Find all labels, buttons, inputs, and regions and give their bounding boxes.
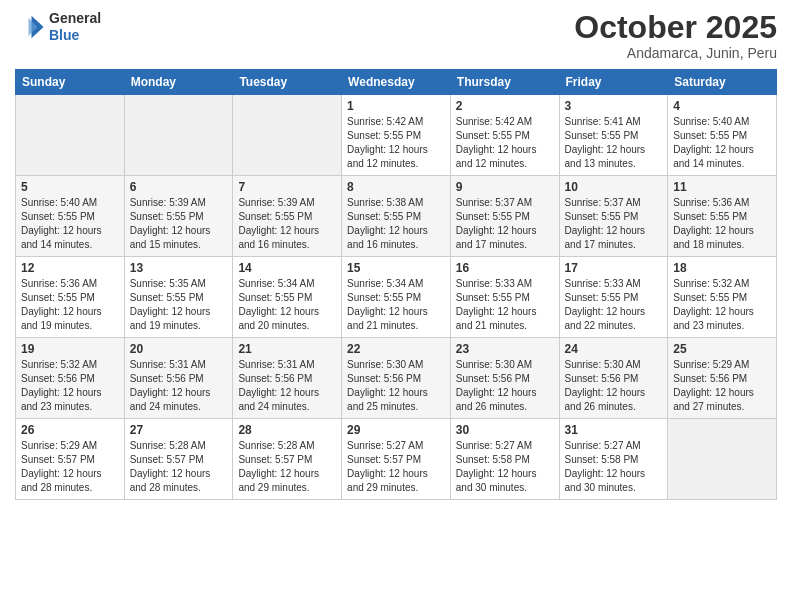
col-tuesday: Tuesday: [233, 70, 342, 95]
table-row: [124, 95, 233, 176]
day-info: Sunrise: 5:27 AM Sunset: 5:58 PM Dayligh…: [456, 439, 554, 495]
day-info: Sunrise: 5:33 AM Sunset: 5:55 PM Dayligh…: [565, 277, 663, 333]
day-number: 24: [565, 342, 663, 356]
day-number: 29: [347, 423, 445, 437]
day-info: Sunrise: 5:29 AM Sunset: 5:56 PM Dayligh…: [673, 358, 771, 414]
col-saturday: Saturday: [668, 70, 777, 95]
table-row: 4Sunrise: 5:40 AM Sunset: 5:55 PM Daylig…: [668, 95, 777, 176]
logo: General Blue: [15, 10, 101, 44]
week-row-2: 12Sunrise: 5:36 AM Sunset: 5:55 PM Dayli…: [16, 257, 777, 338]
table-row: 19Sunrise: 5:32 AM Sunset: 5:56 PM Dayli…: [16, 338, 125, 419]
month-title: October 2025: [574, 10, 777, 45]
week-row-1: 5Sunrise: 5:40 AM Sunset: 5:55 PM Daylig…: [16, 176, 777, 257]
table-row: 24Sunrise: 5:30 AM Sunset: 5:56 PM Dayli…: [559, 338, 668, 419]
table-row: [233, 95, 342, 176]
day-number: 7: [238, 180, 336, 194]
table-row: 2Sunrise: 5:42 AM Sunset: 5:55 PM Daylig…: [450, 95, 559, 176]
day-info: Sunrise: 5:31 AM Sunset: 5:56 PM Dayligh…: [238, 358, 336, 414]
location-subtitle: Andamarca, Junin, Peru: [574, 45, 777, 61]
day-number: 12: [21, 261, 119, 275]
table-row: 9Sunrise: 5:37 AM Sunset: 5:55 PM Daylig…: [450, 176, 559, 257]
day-number: 23: [456, 342, 554, 356]
day-number: 9: [456, 180, 554, 194]
calendar-body: 1Sunrise: 5:42 AM Sunset: 5:55 PM Daylig…: [16, 95, 777, 500]
day-number: 30: [456, 423, 554, 437]
col-wednesday: Wednesday: [342, 70, 451, 95]
week-row-4: 26Sunrise: 5:29 AM Sunset: 5:57 PM Dayli…: [16, 419, 777, 500]
col-sunday: Sunday: [16, 70, 125, 95]
col-thursday: Thursday: [450, 70, 559, 95]
table-row: 7Sunrise: 5:39 AM Sunset: 5:55 PM Daylig…: [233, 176, 342, 257]
day-number: 10: [565, 180, 663, 194]
table-row: 27Sunrise: 5:28 AM Sunset: 5:57 PM Dayli…: [124, 419, 233, 500]
table-row: 12Sunrise: 5:36 AM Sunset: 5:55 PM Dayli…: [16, 257, 125, 338]
table-row: 10Sunrise: 5:37 AM Sunset: 5:55 PM Dayli…: [559, 176, 668, 257]
day-number: 20: [130, 342, 228, 356]
table-row: 18Sunrise: 5:32 AM Sunset: 5:55 PM Dayli…: [668, 257, 777, 338]
table-row: 17Sunrise: 5:33 AM Sunset: 5:55 PM Dayli…: [559, 257, 668, 338]
day-info: Sunrise: 5:37 AM Sunset: 5:55 PM Dayligh…: [456, 196, 554, 252]
table-row: 21Sunrise: 5:31 AM Sunset: 5:56 PM Dayli…: [233, 338, 342, 419]
day-info: Sunrise: 5:38 AM Sunset: 5:55 PM Dayligh…: [347, 196, 445, 252]
calendar-header-row: Sunday Monday Tuesday Wednesday Thursday…: [16, 70, 777, 95]
day-number: 18: [673, 261, 771, 275]
day-info: Sunrise: 5:39 AM Sunset: 5:55 PM Dayligh…: [238, 196, 336, 252]
title-block: October 2025 Andamarca, Junin, Peru: [574, 10, 777, 61]
day-info: Sunrise: 5:27 AM Sunset: 5:58 PM Dayligh…: [565, 439, 663, 495]
table-row: 1Sunrise: 5:42 AM Sunset: 5:55 PM Daylig…: [342, 95, 451, 176]
day-info: Sunrise: 5:28 AM Sunset: 5:57 PM Dayligh…: [130, 439, 228, 495]
day-number: 25: [673, 342, 771, 356]
day-info: Sunrise: 5:29 AM Sunset: 5:57 PM Dayligh…: [21, 439, 119, 495]
day-info: Sunrise: 5:34 AM Sunset: 5:55 PM Dayligh…: [347, 277, 445, 333]
day-info: Sunrise: 5:40 AM Sunset: 5:55 PM Dayligh…: [673, 115, 771, 171]
page: General Blue October 2025 Andamarca, Jun…: [0, 0, 792, 612]
day-number: 17: [565, 261, 663, 275]
table-row: 23Sunrise: 5:30 AM Sunset: 5:56 PM Dayli…: [450, 338, 559, 419]
table-row: 22Sunrise: 5:30 AM Sunset: 5:56 PM Dayli…: [342, 338, 451, 419]
day-info: Sunrise: 5:31 AM Sunset: 5:56 PM Dayligh…: [130, 358, 228, 414]
day-info: Sunrise: 5:30 AM Sunset: 5:56 PM Dayligh…: [347, 358, 445, 414]
calendar-table: Sunday Monday Tuesday Wednesday Thursday…: [15, 69, 777, 500]
day-info: Sunrise: 5:27 AM Sunset: 5:57 PM Dayligh…: [347, 439, 445, 495]
day-number: 13: [130, 261, 228, 275]
table-row: 6Sunrise: 5:39 AM Sunset: 5:55 PM Daylig…: [124, 176, 233, 257]
table-row: 5Sunrise: 5:40 AM Sunset: 5:55 PM Daylig…: [16, 176, 125, 257]
day-number: 28: [238, 423, 336, 437]
day-info: Sunrise: 5:41 AM Sunset: 5:55 PM Dayligh…: [565, 115, 663, 171]
day-number: 2: [456, 99, 554, 113]
logo-line2: Blue: [49, 27, 79, 43]
day-number: 14: [238, 261, 336, 275]
logo-icon: [15, 12, 45, 42]
day-info: Sunrise: 5:32 AM Sunset: 5:56 PM Dayligh…: [21, 358, 119, 414]
header: General Blue October 2025 Andamarca, Jun…: [15, 10, 777, 61]
day-number: 5: [21, 180, 119, 194]
table-row: 20Sunrise: 5:31 AM Sunset: 5:56 PM Dayli…: [124, 338, 233, 419]
day-info: Sunrise: 5:32 AM Sunset: 5:55 PM Dayligh…: [673, 277, 771, 333]
day-number: 1: [347, 99, 445, 113]
day-number: 15: [347, 261, 445, 275]
day-number: 3: [565, 99, 663, 113]
logo-line1: General: [49, 10, 101, 26]
table-row: 14Sunrise: 5:34 AM Sunset: 5:55 PM Dayli…: [233, 257, 342, 338]
table-row: 29Sunrise: 5:27 AM Sunset: 5:57 PM Dayli…: [342, 419, 451, 500]
day-number: 27: [130, 423, 228, 437]
day-info: Sunrise: 5:35 AM Sunset: 5:55 PM Dayligh…: [130, 277, 228, 333]
logo-text: General Blue: [49, 10, 101, 44]
day-info: Sunrise: 5:34 AM Sunset: 5:55 PM Dayligh…: [238, 277, 336, 333]
day-number: 19: [21, 342, 119, 356]
day-info: Sunrise: 5:42 AM Sunset: 5:55 PM Dayligh…: [347, 115, 445, 171]
table-row: [16, 95, 125, 176]
day-number: 31: [565, 423, 663, 437]
day-number: 4: [673, 99, 771, 113]
table-row: 30Sunrise: 5:27 AM Sunset: 5:58 PM Dayli…: [450, 419, 559, 500]
day-number: 11: [673, 180, 771, 194]
day-info: Sunrise: 5:30 AM Sunset: 5:56 PM Dayligh…: [565, 358, 663, 414]
day-info: Sunrise: 5:36 AM Sunset: 5:55 PM Dayligh…: [673, 196, 771, 252]
day-number: 22: [347, 342, 445, 356]
day-info: Sunrise: 5:30 AM Sunset: 5:56 PM Dayligh…: [456, 358, 554, 414]
day-info: Sunrise: 5:42 AM Sunset: 5:55 PM Dayligh…: [456, 115, 554, 171]
day-number: 21: [238, 342, 336, 356]
col-friday: Friday: [559, 70, 668, 95]
day-info: Sunrise: 5:39 AM Sunset: 5:55 PM Dayligh…: [130, 196, 228, 252]
table-row: 11Sunrise: 5:36 AM Sunset: 5:55 PM Dayli…: [668, 176, 777, 257]
